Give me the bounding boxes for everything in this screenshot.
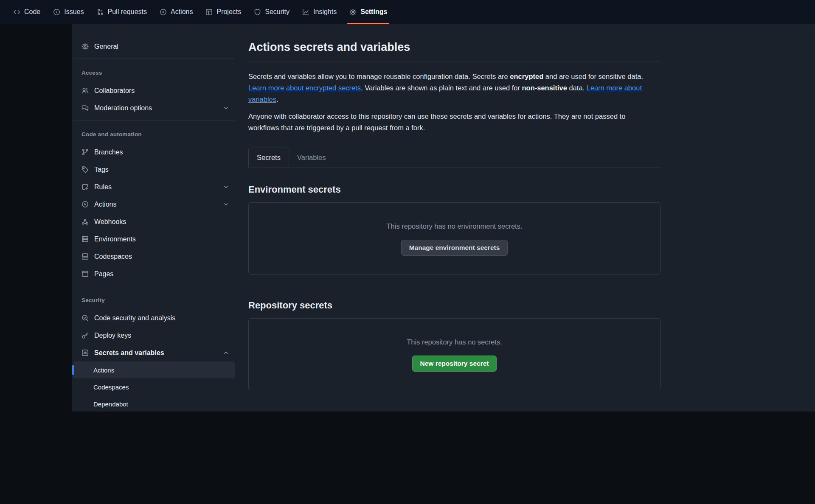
- play-icon: [160, 8, 167, 16]
- sidebar-section-access: Access: [73, 62, 235, 82]
- sidebar-item-deploy-keys[interactable]: Deploy keys: [73, 327, 235, 344]
- nav-tab-label: Insights: [313, 8, 337, 16]
- sidebar-item-webhooks[interactable]: Webhooks: [73, 213, 235, 230]
- play-icon: [82, 201, 89, 208]
- chevron-down-icon: [223, 105, 229, 111]
- code-icon: [13, 8, 20, 16]
- sidebar-section-security: Security: [73, 289, 235, 309]
- webhook-icon: [82, 218, 89, 225]
- sidebar-item-label: Collaborators: [94, 87, 135, 95]
- sidebar-item-label: Branches: [94, 148, 123, 156]
- sidebar-item-rules[interactable]: Rules: [73, 178, 235, 196]
- sidebar-item-label: Actions: [94, 201, 116, 208]
- repo-nav: Code Issues Pull requests Actions Projec…: [0, 0, 815, 24]
- key-icon: [82, 332, 89, 339]
- sidebar-section-code-automation: Code and automation: [73, 123, 235, 143]
- intro-text: . Variables are shown as plain text and …: [361, 84, 522, 92]
- sidebar-item-label: Webhooks: [94, 218, 126, 226]
- server-icon: [82, 235, 89, 243]
- sidebar-subitem-codespaces[interactable]: Codespaces: [73, 378, 235, 395]
- chevron-down-icon: [223, 184, 229, 190]
- environment-secrets-heading: Environment secrets: [248, 184, 660, 196]
- sidebar-divider: [73, 59, 235, 59]
- sidebar-subitem-label: Actions: [93, 367, 114, 374]
- sidebar-item-label: Environments: [94, 235, 136, 243]
- tab-variables[interactable]: Variables: [289, 148, 334, 168]
- nav-tab-insights[interactable]: Insights: [296, 0, 343, 24]
- nav-tab-label: Issues: [64, 8, 84, 16]
- chevron-down-icon: [223, 201, 229, 207]
- intro-text: and are used for sensitive data.: [543, 73, 643, 80]
- sidebar-item-actions[interactable]: Actions: [73, 196, 235, 213]
- nav-tab-projects[interactable]: Projects: [199, 0, 247, 24]
- nav-tab-pull-requests[interactable]: Pull requests: [90, 0, 154, 24]
- nav-tab-security[interactable]: Security: [247, 0, 296, 24]
- sidebar-item-environments[interactable]: Environments: [73, 230, 235, 248]
- codescan-icon: [82, 314, 89, 322]
- rules-icon: [82, 183, 89, 190]
- sidebar-item-label: General: [94, 43, 118, 50]
- git-branch-icon: [82, 148, 89, 156]
- browser-icon: [82, 270, 89, 277]
- sidebar-item-label: Pages: [94, 270, 113, 278]
- sidebar-item-code-security[interactable]: Code security and analysis: [73, 309, 235, 327]
- nav-tab-label: Actions: [171, 8, 193, 16]
- issue-opened-icon: [53, 8, 60, 16]
- sidebar-item-secrets-and-variables[interactable]: Secrets and variables: [73, 344, 235, 361]
- nav-tab-code[interactable]: Code: [7, 0, 47, 24]
- nav-tab-settings[interactable]: Settings: [343, 0, 393, 24]
- intro-paragraph-2: Anyone with collaborator access to this …: [248, 111, 658, 134]
- codespaces-icon: [82, 253, 89, 260]
- sidebar-divider: [73, 286, 235, 286]
- settings-sidebar: General Access Collaborators Moderation …: [73, 38, 235, 412]
- sidebar-item-tags[interactable]: Tags: [73, 161, 235, 178]
- git-pull-request-icon: [97, 8, 104, 16]
- table-icon: [205, 8, 213, 16]
- nav-tab-actions[interactable]: Actions: [153, 0, 199, 24]
- chevron-up-icon: [223, 350, 229, 356]
- intro-text: Secrets and variables allow you to manag…: [248, 73, 510, 80]
- nav-tab-label: Projects: [216, 8, 241, 16]
- title-divider: [248, 62, 660, 62]
- nav-tab-label: Security: [265, 8, 289, 16]
- nav-tab-label: Pull requests: [108, 8, 147, 16]
- new-repository-secret-button[interactable]: New repository secret: [412, 356, 497, 372]
- nav-tab-label: Settings: [360, 8, 387, 16]
- main-content: Actions secrets and variables Secrets an…: [248, 24, 660, 390]
- page-title: Actions secrets and variables: [248, 40, 660, 54]
- tab-secrets[interactable]: Secrets: [248, 148, 289, 168]
- sidebar-item-general[interactable]: General: [73, 38, 235, 55]
- sidebar-subitem-dependabot[interactable]: Dependabot: [73, 395, 235, 412]
- shield-icon: [254, 8, 261, 16]
- manage-environment-secrets-button[interactable]: Manage environment secrets: [401, 240, 508, 256]
- sidebar-item-branches[interactable]: Branches: [73, 143, 235, 161]
- link-encrypted-secrets[interactable]: Learn more about encrypted secrets: [248, 84, 361, 92]
- sidebar-item-collaborators[interactable]: Collaborators: [73, 82, 235, 99]
- nav-tab-issues[interactable]: Issues: [47, 0, 90, 24]
- sidebar-item-label: Secrets and variables: [94, 349, 164, 357]
- sidebar-item-label: Rules: [94, 183, 112, 191]
- repository-secrets-box: This repository has no secrets. New repo…: [248, 318, 660, 390]
- environment-secrets-box: This repository has no environment secre…: [248, 202, 660, 274]
- nav-tab-label: Code: [24, 8, 40, 16]
- people-icon: [82, 87, 89, 94]
- sidebar-divider: [73, 120, 235, 120]
- intro-paragraph-1: Secrets and variables allow you to manag…: [248, 71, 658, 105]
- intro-text: .: [276, 95, 278, 103]
- comment-discussion-icon: [82, 104, 89, 112]
- sidebar-item-label: Codespaces: [94, 253, 132, 260]
- gear-icon: [82, 43, 89, 50]
- sidebar-subitem-label: Dependabot: [93, 400, 128, 408]
- secrets-variables-tabnav: Secrets Variables: [248, 148, 660, 168]
- intro-bold-encrypted: encrypted: [510, 73, 543, 80]
- sidebar-item-codespaces[interactable]: Codespaces: [73, 248, 235, 265]
- sidebar-subitem-actions[interactable]: Actions: [73, 361, 235, 378]
- gear-icon: [349, 8, 357, 16]
- sidebar-item-pages[interactable]: Pages: [73, 265, 235, 283]
- sidebar-item-moderation-options[interactable]: Moderation options: [73, 99, 235, 117]
- intro-text: data.: [567, 84, 587, 92]
- sidebar-item-label: Code security and analysis: [94, 314, 175, 322]
- graph-icon: [302, 8, 309, 16]
- repository-secrets-empty-text: This repository has no secrets.: [407, 338, 502, 346]
- sidebar-item-label: Moderation options: [94, 104, 152, 112]
